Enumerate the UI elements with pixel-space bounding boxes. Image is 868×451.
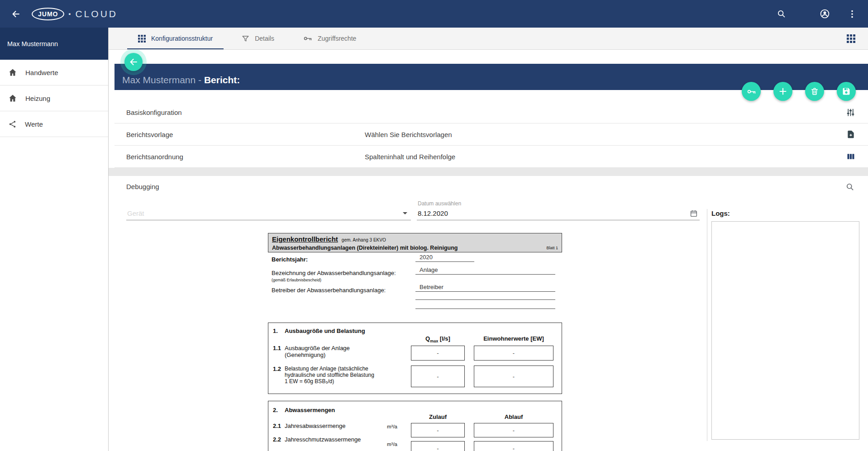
- more-button[interactable]: [845, 7, 859, 21]
- config-row-berichtsanordnung[interactable]: Berichtsanordnung Spalteninhalt und Reih…: [114, 146, 868, 168]
- page-title-prefix: Max Mustermann -: [122, 75, 204, 85]
- row-number: 1.2: [273, 366, 281, 372]
- tabbar: Konfigurationsstruktur Details Zugriffsr…: [109, 28, 868, 50]
- date-field-value: 8.12.2020: [418, 209, 448, 217]
- view-columns-icon[interactable]: [846, 152, 855, 161]
- tune-icon[interactable]: [846, 108, 855, 117]
- config-row-berichtsvorlage[interactable]: Berichtsvorlage Wählen Sie Berichtsvorla…: [114, 123, 868, 146]
- sidebar: Max Mustermann Handwerte Heizung Werte: [0, 28, 109, 451]
- report-empty-line: [415, 299, 555, 300]
- sidebar-item-werte[interactable]: Werte: [0, 111, 108, 137]
- row-label: 1 EW = 60g BSB₅/d): [285, 378, 334, 385]
- sidebar-item-heizung[interactable]: Heizung: [0, 85, 108, 111]
- tab-label: Konfigurationsstruktur: [151, 35, 213, 42]
- report-input-cell[interactable]: -: [411, 346, 465, 361]
- delete-fab[interactable]: [805, 82, 824, 101]
- jumo-logo-text: JUMO: [32, 8, 64, 20]
- config-row-label: Berichtsvorlage: [126, 131, 365, 138]
- page-title: Max Mustermann - Bericht:: [122, 75, 240, 85]
- report-operator-value[interactable]: Betreiber: [415, 284, 555, 292]
- tab-label: Zugriffsrechte: [318, 35, 356, 42]
- back-button[interactable]: [9, 7, 23, 21]
- report-operator-label: Betreiber der Abwasserbehandlungsanlage:: [272, 287, 386, 294]
- save-fab[interactable]: [837, 82, 856, 101]
- trash-icon: [810, 87, 819, 96]
- plus-icon: [778, 86, 788, 96]
- debug-search-button[interactable]: [845, 182, 854, 191]
- row-label: (Genehmigung): [285, 351, 325, 358]
- back-arrow-icon: [11, 9, 21, 19]
- row-label: hydraulische und stoffliche Belastung: [285, 372, 374, 378]
- report-input-cell[interactable]: -: [411, 441, 465, 451]
- report-fields: Berichtsjahr: 2020 Bezeichnung der Abwas…: [268, 252, 562, 323]
- report-input-cell[interactable]: -: [474, 441, 553, 451]
- back-fab[interactable]: [124, 53, 143, 71]
- row-number: 2.1: [273, 423, 281, 429]
- date-field[interactable]: Datum auswählen 8.12.2020: [417, 196, 700, 220]
- config-row-basiskonfiguration[interactable]: Basiskonfiguration: [114, 101, 868, 123]
- key-icon: [303, 34, 312, 43]
- report-preview: Eigenkontrollberichtgem. Anhang 3 EKVO A…: [268, 233, 562, 451]
- section-number: 1.: [273, 328, 278, 334]
- vertical-divider: [707, 209, 707, 441]
- permissions-fab[interactable]: [742, 82, 761, 101]
- action-fab-group: [742, 82, 856, 101]
- config-card: Basiskonfiguration Berichtsvorlage Wähle…: [114, 90, 868, 168]
- report-name-value[interactable]: Anlage: [415, 266, 555, 275]
- row-unit: m³/a: [387, 442, 397, 447]
- report-section-2: 2. Abwassermengen Zulauf Ablauf 2.1 Jahr…: [268, 401, 562, 451]
- report-name-label: Bezeichnung der Abwasserbehandlungsanlag…: [272, 270, 396, 276]
- save-icon: [842, 87, 851, 96]
- calendar-icon[interactable]: [690, 209, 698, 218]
- report-input-cell[interactable]: -: [474, 423, 553, 437]
- sidebar-item-handwerte[interactable]: Handwerte: [0, 60, 108, 85]
- chevron-down-icon: [403, 212, 407, 214]
- row-label: Jahresabwassermenge: [285, 423, 345, 429]
- more-vert-icon: [847, 9, 857, 19]
- sidebar-item-label: Werte: [25, 120, 43, 128]
- tab-konfigurationsstruktur[interactable]: Konfigurationsstruktur: [127, 28, 224, 49]
- apps-grid-button[interactable]: [845, 33, 857, 45]
- section-title: Ausbaugröße und Belastung: [285, 328, 365, 334]
- logs-label: Logs:: [711, 209, 730, 217]
- account-button[interactable]: [818, 7, 832, 21]
- column-header-ew: Einwohnerwerte [EW]: [474, 335, 553, 342]
- home-icon: [8, 68, 17, 77]
- logs-box: [711, 221, 859, 440]
- tab-zugriffsrechte[interactable]: Zugriffsrechte: [292, 28, 367, 49]
- search-button[interactable]: [775, 7, 788, 20]
- apps-grid-icon: [847, 34, 855, 43]
- device-select-placeholder: Gerät: [127, 209, 144, 217]
- topbar: JUMO · CLOUD: [0, 0, 868, 28]
- tab-details[interactable]: Details: [231, 28, 285, 49]
- sidebar-item-label: Handwerte: [25, 69, 58, 76]
- column-header-qmax: Qmax [l/s]: [411, 335, 465, 343]
- note-add-icon[interactable]: [846, 130, 855, 139]
- report-input-cell[interactable]: -: [411, 366, 465, 387]
- debugging-title: Debugging: [126, 183, 159, 190]
- grid-icon: [138, 35, 146, 43]
- report-subtitle: Abwasserbehandlungsanlagen (Direkteinlei…: [272, 245, 458, 252]
- report-section-1: 1. Ausbaugröße und Belastung Qmax [l/s] …: [268, 323, 562, 394]
- share-icon: [8, 120, 17, 128]
- report-header: Eigenkontrollberichtgem. Anhang 3 EKVO A…: [268, 233, 562, 252]
- report-input-cell[interactable]: -: [474, 366, 553, 387]
- report-input-cell[interactable]: -: [474, 346, 553, 361]
- device-select[interactable]: Gerät: [126, 202, 411, 220]
- report-year-value[interactable]: 2020: [415, 254, 474, 262]
- filter-icon: [242, 35, 249, 43]
- section-number: 2.: [273, 407, 278, 413]
- search-icon: [845, 182, 854, 191]
- report-input-cell[interactable]: -: [411, 423, 465, 437]
- home-icon: [8, 94, 17, 103]
- config-row-label: Basiskonfiguration: [126, 109, 365, 116]
- account-icon: [820, 9, 830, 19]
- key-icon: [747, 87, 756, 96]
- search-icon: [777, 9, 786, 19]
- date-field-label: Datum auswählen: [418, 200, 461, 207]
- content: Max Mustermann - Bericht:: [109, 50, 868, 451]
- config-row-value: Spalteninhalt und Reihenfolge: [365, 153, 846, 161]
- add-fab[interactable]: [773, 82, 792, 101]
- report-empty-line: [415, 309, 555, 309]
- row-number: 1.1: [273, 345, 281, 351]
